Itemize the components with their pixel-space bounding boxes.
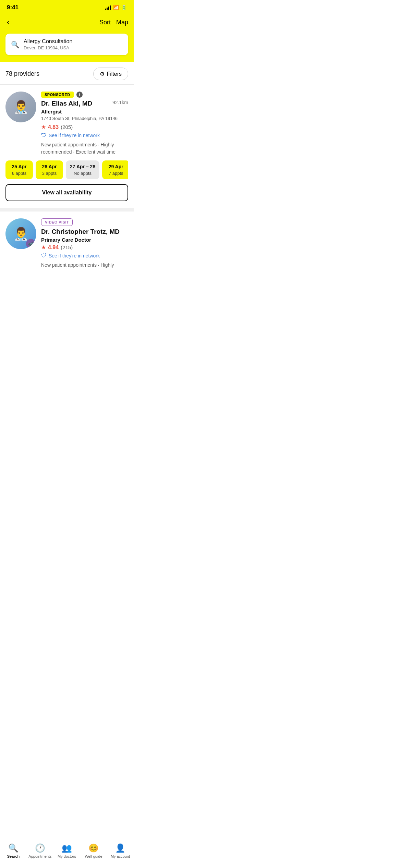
highlights-2: New patient appointments · Highly bbox=[41, 262, 128, 269]
video-visit-row: VIDEO VISIT bbox=[41, 218, 128, 226]
rating-row-2: ★ 4.94 (215) bbox=[41, 244, 128, 251]
header: ‹ Sort Map bbox=[0, 14, 134, 34]
star-icon-2: ★ bbox=[41, 244, 46, 251]
slot-count-3: 7 appts bbox=[106, 171, 125, 176]
slot-0[interactable]: 25 Apr 6 appts bbox=[5, 160, 33, 179]
doctor-avatar-2: 👨‍⚕️ 📹 bbox=[5, 218, 36, 249]
doctor-card-1: 👨‍⚕️ SPONSORED i Dr. Elias Akl, MD 92.1k… bbox=[0, 85, 134, 208]
network-link-2[interactable]: See if they're in network bbox=[49, 253, 100, 258]
doctor-card-2: 👨‍⚕️ 📹 VIDEO VISIT Dr. Christopher Trotz… bbox=[0, 212, 134, 280]
rating-row-1: ★ 4.83 (205) bbox=[41, 124, 128, 130]
providers-row: 78 providers ⚙ Filters bbox=[0, 62, 134, 84]
doctor-name-1: Dr. Elias Akl, MD bbox=[41, 100, 110, 107]
doctor-specialty-2: Primary Care Doctor bbox=[41, 237, 128, 243]
search-location: Dover, DE 19904, USA bbox=[24, 45, 72, 50]
highlights-1: New patient appointments · Highly recomm… bbox=[41, 141, 128, 156]
filters-label: Filters bbox=[107, 71, 122, 77]
search-bar[interactable]: 🔍 Allergy Consultation Dover, DE 19904, … bbox=[5, 34, 128, 55]
network-row-2: 🛡 See if they're in network bbox=[41, 253, 128, 259]
slot-1[interactable]: 26 Apr 3 appts bbox=[36, 160, 63, 179]
status-time: 9:41 bbox=[7, 4, 19, 11]
doctor-specialty-1: Allergist bbox=[41, 109, 128, 114]
card-info-1: SPONSORED i Dr. Elias Akl, MD 92.1km All… bbox=[41, 92, 128, 160]
shield-icon-2: 🛡 bbox=[41, 253, 47, 259]
wifi-icon: 📶 bbox=[113, 5, 119, 10]
sort-button[interactable]: Sort bbox=[99, 19, 111, 26]
rating-value-1: 4.83 bbox=[48, 124, 59, 130]
shield-icon-1: 🛡 bbox=[41, 132, 47, 138]
status-icons: 📶 🔋 bbox=[105, 5, 127, 10]
network-link-1[interactable]: See if they're in network bbox=[49, 133, 100, 138]
battery-icon: 🔋 bbox=[121, 5, 127, 10]
rating-count-1: (205) bbox=[61, 124, 73, 130]
info-icon[interactable]: i bbox=[76, 92, 83, 98]
search-bar-container: 🔍 Allergy Consultation Dover, DE 19904, … bbox=[0, 34, 134, 62]
doctor-name-wrap-2: Dr. Christopher Trotz, MD bbox=[41, 228, 128, 236]
slot-count-1: 3 appts bbox=[40, 171, 59, 176]
content-scroll: 78 providers ⚙ Filters 👨‍⚕️ SPONSORED i … bbox=[0, 62, 134, 311]
card-top-2: 👨‍⚕️ 📹 VIDEO VISIT Dr. Christopher Trotz… bbox=[5, 218, 128, 274]
search-query: Allergy Consultation bbox=[24, 38, 72, 45]
sponsored-badge: SPONSORED bbox=[41, 92, 74, 98]
slot-2[interactable]: 27 Apr – 28 No appts bbox=[66, 160, 99, 179]
video-visit-badge: VIDEO VISIT bbox=[41, 218, 73, 226]
doctor-name-row-1: Dr. Elias Akl, MD 92.1km bbox=[41, 100, 128, 107]
slot-count-2: No appts bbox=[70, 171, 95, 176]
back-button[interactable]: ‹ bbox=[5, 16, 11, 28]
doctor-distance-1: 92.1km bbox=[112, 100, 128, 105]
doctor-avatar-1: 👨‍⚕️ bbox=[5, 92, 36, 122]
slot-date-3: 29 Apr bbox=[106, 164, 125, 169]
slots-row-1: 25 Apr 6 appts 26 Apr 3 appts 27 Apr – 2… bbox=[5, 160, 128, 179]
slot-3[interactable]: 29 Apr 7 appts bbox=[102, 160, 128, 179]
card-separator bbox=[0, 208, 134, 212]
header-actions: Sort Map bbox=[99, 19, 128, 26]
slot-date-1: 26 Apr bbox=[40, 164, 59, 169]
network-row-1: 🛡 See if they're in network bbox=[41, 132, 128, 138]
doctor-name-2: Dr. Christopher Trotz, MD bbox=[41, 228, 120, 235]
map-button[interactable]: Map bbox=[116, 19, 128, 26]
star-icon-1: ★ bbox=[41, 124, 46, 130]
slot-count-0: 6 appts bbox=[10, 171, 29, 176]
search-icon: 🔍 bbox=[11, 40, 20, 49]
card-info-2: VIDEO VISIT Dr. Christopher Trotz, MD Pr… bbox=[41, 218, 128, 274]
filters-button[interactable]: ⚙ Filters bbox=[93, 68, 128, 80]
providers-count: 78 providers bbox=[5, 70, 39, 77]
doctor-address-1: 1740 South St, Philadelphia, PA 19146 bbox=[41, 116, 128, 121]
status-bar: 9:41 📶 🔋 bbox=[0, 0, 134, 14]
slot-date-0: 25 Apr bbox=[10, 164, 29, 169]
video-badge: 📹 bbox=[26, 239, 36, 249]
search-text-wrap: Allergy Consultation Dover, DE 19904, US… bbox=[24, 38, 72, 50]
rating-count-2: (215) bbox=[61, 244, 73, 250]
card-top-1: 👨‍⚕️ SPONSORED i Dr. Elias Akl, MD 92.1k… bbox=[5, 92, 128, 160]
slot-date-2: 27 Apr – 28 bbox=[70, 164, 95, 169]
rating-value-2: 4.94 bbox=[48, 244, 59, 251]
view-all-button[interactable]: View all availability bbox=[5, 184, 128, 201]
signal-icon bbox=[105, 5, 111, 10]
avatar-placeholder-1: 👨‍⚕️ bbox=[5, 92, 36, 122]
sponsored-row: SPONSORED i bbox=[41, 92, 128, 98]
filters-icon: ⚙ bbox=[100, 71, 105, 77]
